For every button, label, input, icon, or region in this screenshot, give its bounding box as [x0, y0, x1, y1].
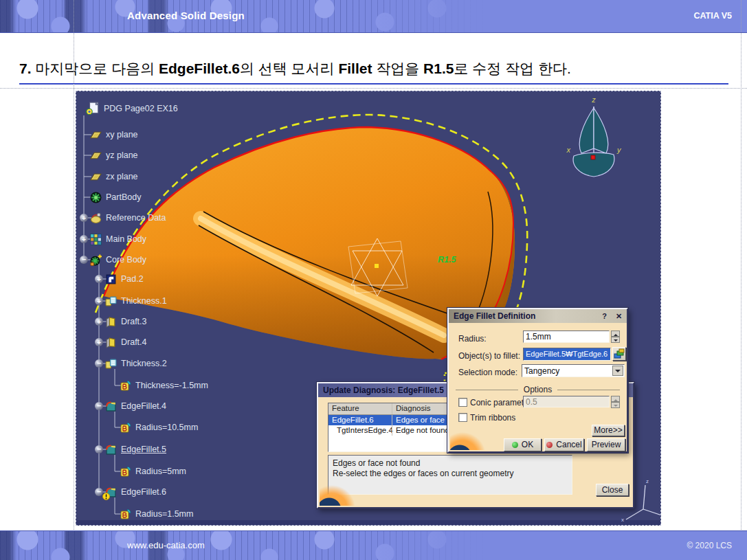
selection-mode-dropdown[interactable]: Tangency [522, 364, 625, 377]
expander-pad2[interactable]: + [95, 275, 103, 283]
radius-input[interactable]: 1.5mm [523, 331, 610, 343]
tree-label: PDG Page02 EX16 [104, 104, 178, 113]
guide-line-horizontal [0, 88, 747, 89]
tree-item-reference-data[interactable]: Reference Data [90, 211, 166, 225]
draft-icon [105, 337, 117, 348]
cancel-button[interactable]: Cancel [544, 438, 584, 451]
tree-item-core-body[interactable]: Core Body [90, 253, 146, 267]
expander-thickness2[interactable]: − [95, 359, 103, 368]
plane-icon [90, 150, 102, 161]
expander-edgefillet6[interactable]: − [95, 488, 103, 496]
brand-label: CATIA V5 [693, 11, 732, 21]
column-feature: Feature [328, 403, 392, 414]
expander-thickness1[interactable]: + [95, 297, 103, 305]
step-number: 7. [19, 60, 32, 76]
expander-main-body[interactable]: + [80, 235, 88, 243]
parameter-icon [120, 508, 131, 519]
edge-fillet-icon-with-warning [105, 486, 117, 498]
tree-item-draft3[interactable]: Draft.3 [105, 315, 147, 328]
warning-icon [102, 493, 110, 500]
footer-copyright: © 2020 LCS [687, 541, 732, 550]
multi-select-icon [614, 348, 625, 359]
close-icon[interactable]: ✕ [613, 311, 625, 322]
pad-icon [105, 273, 117, 285]
header-bar: Advanced Solid Design CATIA V5 [0, 0, 747, 33]
parameter-icon [120, 466, 131, 477]
edge-fillet-icon [105, 444, 117, 456]
tree-item-radius-param[interactable]: Radius=5mm [120, 464, 186, 478]
reference-data-icon [90, 212, 102, 224]
trim-ribbons-checkbox[interactable] [458, 413, 467, 422]
draft-icon [105, 316, 117, 328]
chevron-down-icon[interactable] [612, 366, 623, 376]
tree-item-edgefillet5[interactable]: EdgeFillet.5 [105, 443, 166, 456]
tree-item-main-body[interactable]: Main Body [90, 232, 146, 246]
tree-item-edgefillet6[interactable]: EdgeFillet.6 [105, 485, 166, 499]
tree-item-thickness1[interactable]: Thickness.1 [105, 294, 167, 308]
selection-mode-label: Selection mode: [458, 368, 517, 377]
tree-item-radius-param[interactable]: Radius=1.5mm [120, 507, 193, 521]
conic-parameter-input: 0.5 [523, 396, 610, 407]
parameter-icon [120, 422, 131, 433]
tree-item-thickness-param[interactable]: Thickness=-1.5mm [120, 379, 208, 392]
expander-edgefillet4[interactable]: − [95, 402, 103, 410]
header-title: Advanced Solid Design [127, 10, 245, 21]
trim-ribbons-label: Trim ribbons [470, 413, 515, 423]
options-separator: Options [456, 385, 620, 394]
expander-reference-data[interactable]: + [80, 214, 88, 222]
ok-green-icon [512, 442, 518, 448]
core-body-icon [90, 254, 102, 266]
footer-bar: www.edu-catia.com © 2020 LCS [0, 530, 747, 560]
diagnosis-message: Edges or face not found Re-select the ed… [328, 455, 572, 495]
tree-item-root[interactable]: PDG Page02 EX16 [86, 102, 178, 115]
preview-button[interactable]: Preview [587, 438, 625, 451]
conic-spinner [611, 396, 620, 408]
close-button[interactable]: Close [596, 484, 629, 496]
more-button[interactable]: More>> [592, 425, 625, 436]
thickness-icon [105, 295, 117, 307]
ok-button[interactable]: OK [504, 438, 542, 451]
partbody-icon [90, 192, 102, 203]
tree-item-draft4[interactable]: Draft.4 [105, 335, 147, 349]
tree-item-pad2[interactable]: Pad.2 [105, 272, 144, 286]
multi-select-icon-button[interactable] [612, 347, 626, 361]
conic-parameter-checkbox[interactable] [458, 398, 467, 407]
objects-to-fillet-field[interactable]: EdgeFillet.5₩TgtEdge.6 [523, 348, 611, 361]
instruction-title: 7. 마지막으로 다음의 EdgeFillet.6의 선택 모서리 Fillet… [19, 59, 734, 78]
tree-item-thickness2[interactable]: Thickness.2 [105, 357, 167, 370]
catia-planet-decoration [450, 432, 489, 450]
thickness-icon [105, 358, 117, 370]
plane-icon [90, 171, 102, 183]
plane-icon [90, 129, 102, 141]
radius-spinner[interactable] [611, 331, 620, 343]
expander-draft4[interactable]: + [95, 338, 103, 346]
edge-fillet-definition-dialog[interactable]: Edge Fillet Definition ? ✕ Radius: 1.5mm… [447, 308, 628, 453]
tree-item-zx-plane[interactable]: zx plane [90, 170, 138, 183]
objects-label: Object(s) to fillet: [458, 351, 520, 361]
parameter-icon [120, 380, 131, 391]
tree-item-edgefillet4[interactable]: EdgeFillet.4 [105, 399, 166, 413]
edge-fillet-icon [105, 401, 117, 412]
cancel-red-icon [546, 442, 553, 448]
tree-item-xy-plane[interactable]: xy plane [90, 128, 138, 142]
title-underline [19, 83, 728, 85]
slide-page: Advanced Solid Design CATIA V5 7. 마지막으로 … [0, 0, 747, 560]
radius-label: Radius: [458, 334, 487, 344]
expander-core-body[interactable]: − [80, 256, 88, 264]
fillet-radius-annotation: R1.5 [438, 255, 456, 265]
tree-item-yz-plane[interactable]: yz plane [90, 148, 138, 162]
catia-viewport[interactable]: z x y z x y + + [76, 91, 661, 526]
tree-item-partbody[interactable]: PartBody [90, 190, 141, 204]
part-document-icon [86, 102, 100, 115]
guide-line-vertical [74, 0, 74, 560]
expander-edgefillet5[interactable]: − [95, 445, 103, 453]
footer-website: www.edu-catia.com [127, 540, 205, 550]
tree-item-radius-param[interactable]: Radius=10.5mm [120, 421, 198, 434]
expander-draft3[interactable]: + [95, 317, 103, 326]
main-body-icon [90, 234, 102, 245]
help-icon[interactable]: ? [599, 311, 610, 322]
guide-line-vertical-right [741, 0, 742, 560]
